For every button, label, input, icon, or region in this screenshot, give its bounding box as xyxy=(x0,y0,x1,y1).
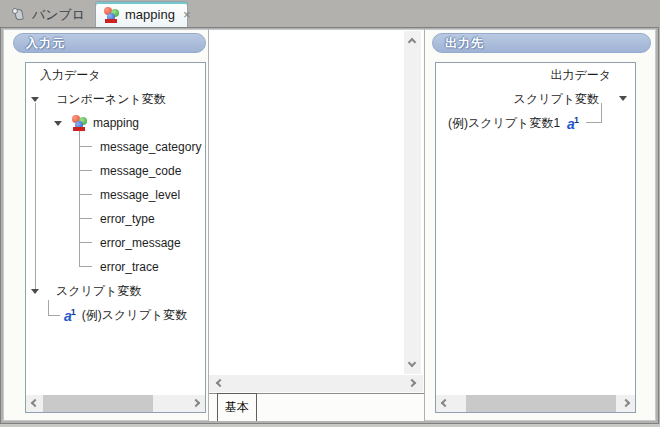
tree-item-example-script-var[interactable]: a1 (例)スクリプト変数 xyxy=(64,306,187,324)
right-panel-divider xyxy=(424,29,425,421)
tree-item-component-vars[interactable]: コンポーネント変数 xyxy=(31,90,166,108)
tree-item-label: message_category xyxy=(100,140,201,154)
input-source-header-label: 入力元 xyxy=(26,35,65,52)
tree-item-label: error_trace xyxy=(100,260,159,274)
chevron-down-icon[interactable] xyxy=(619,96,627,101)
tree-item-label: mapping xyxy=(93,116,139,130)
mapper-icon xyxy=(103,7,119,23)
variable-icon: a1 xyxy=(64,308,76,323)
output-destination-header: 出力先 xyxy=(432,33,651,53)
tree-item-label: (例)スクリプト変数1 xyxy=(448,115,560,132)
tab-basic-label: 基本 xyxy=(225,399,249,416)
chevron-down-icon[interactable] xyxy=(31,289,39,294)
canvas-hscrollbar[interactable] xyxy=(209,375,423,392)
tab-script-label: バンブロ xyxy=(32,6,85,24)
scroll-icon xyxy=(12,8,26,22)
editor-tab-bar: バンブロ mapping × xyxy=(0,0,660,27)
tree-item-error-message[interactable]: error_message xyxy=(100,234,181,252)
mapping-canvas[interactable] xyxy=(209,30,423,375)
tree-item-label: (例)スクリプト変数 xyxy=(82,307,187,324)
tree-connector xyxy=(79,170,92,171)
tab-mapping[interactable]: mapping × xyxy=(95,1,188,27)
tree-item-label: スクリプト変数 xyxy=(56,283,141,300)
tree-item-label: message_code xyxy=(100,164,181,178)
tree-item-message-level[interactable]: message_level xyxy=(100,186,180,204)
scroll-right-icon[interactable] xyxy=(408,379,416,387)
tree-item-label: コンポーネント変数 xyxy=(56,91,166,108)
tree-item-script-vars[interactable]: スクリプト変数 xyxy=(31,282,141,300)
scroll-up-icon[interactable] xyxy=(408,38,416,46)
scroll-left-icon[interactable] xyxy=(216,379,224,387)
tree-connector xyxy=(48,300,49,316)
tree-connector xyxy=(79,127,80,267)
tree-item-message-category[interactable]: message_category xyxy=(100,138,201,156)
scroll-left-icon[interactable] xyxy=(441,399,449,407)
output-tree-hscrollbar[interactable] xyxy=(436,395,635,412)
canvas-vscrollbar[interactable] xyxy=(404,31,421,374)
tree-connector xyxy=(586,122,602,123)
tree-connector xyxy=(48,315,60,316)
tree-item-label: 入力データ xyxy=(40,67,101,84)
tree-item-error-trace[interactable]: error_trace xyxy=(100,258,159,276)
scroll-down-icon[interactable] xyxy=(408,359,416,367)
tree-item-label: 出力データ xyxy=(550,67,611,84)
tree-item-mapping[interactable]: mapping xyxy=(54,114,139,132)
tree-item-error-type[interactable]: error_type xyxy=(100,210,155,228)
tree-connector xyxy=(79,218,92,219)
input-tree[interactable]: 入力データ コンポーネント変数 mapping message_category… xyxy=(25,62,206,413)
tree-connector xyxy=(79,266,92,267)
tab-basic[interactable]: 基本 xyxy=(217,393,257,421)
tree-item-input-data[interactable]: 入力データ xyxy=(40,66,101,84)
tree-item-message-code[interactable]: message_code xyxy=(100,162,181,180)
tree-connector xyxy=(601,103,602,123)
chevron-down-icon[interactable] xyxy=(54,121,62,126)
scroll-left-icon[interactable] xyxy=(31,399,39,407)
hscrollbar-thumb[interactable] xyxy=(43,395,153,412)
tree-item-example-script-var1[interactable]: (例)スクリプト変数1 a1 xyxy=(448,114,579,132)
chevron-down-icon[interactable] xyxy=(31,97,39,102)
tree-item-output-data[interactable]: 出力データ xyxy=(550,66,611,84)
mapper-icon xyxy=(71,115,87,131)
close-icon[interactable]: × xyxy=(183,7,191,22)
tree-connector xyxy=(79,146,92,147)
input-tree-hscrollbar[interactable] xyxy=(26,395,205,412)
hscrollbar-thumb[interactable] xyxy=(466,395,616,412)
tree-item-label: error_type xyxy=(100,212,155,226)
output-destination-header-label: 出力先 xyxy=(445,35,484,52)
input-source-header: 入力元 xyxy=(13,33,206,53)
tree-connector xyxy=(35,103,36,291)
scroll-right-icon[interactable] xyxy=(622,399,630,407)
tab-mapping-label: mapping xyxy=(125,7,175,22)
tree-item-label: error_message xyxy=(100,236,181,250)
tree-item-script-vars[interactable]: スクリプト変数 xyxy=(514,90,599,108)
tree-connector xyxy=(79,194,92,195)
variable-icon: a1 xyxy=(567,116,579,131)
tree-item-label: message_level xyxy=(100,188,180,202)
tab-script-panflo[interactable]: バンブロ xyxy=(6,4,91,26)
output-tree[interactable]: 出力データ スクリプト変数 (例)スクリプト変数1 a1 xyxy=(435,62,636,413)
scroll-right-icon[interactable] xyxy=(192,399,200,407)
tree-connector xyxy=(79,242,92,243)
tree-item-label: スクリプト変数 xyxy=(514,91,599,108)
